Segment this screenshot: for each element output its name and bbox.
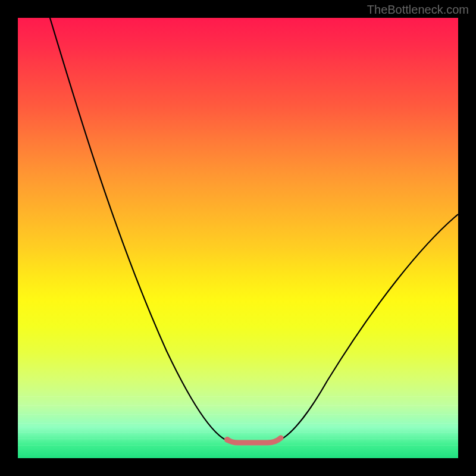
chart-svg [18,18,458,458]
plot-area [18,18,458,458]
flat-zone-left-dot [224,437,230,443]
flat-zone-marker [227,438,281,443]
bottleneck-curve [45,18,458,442]
watermark-text: TheBottleneck.com [367,3,469,17]
